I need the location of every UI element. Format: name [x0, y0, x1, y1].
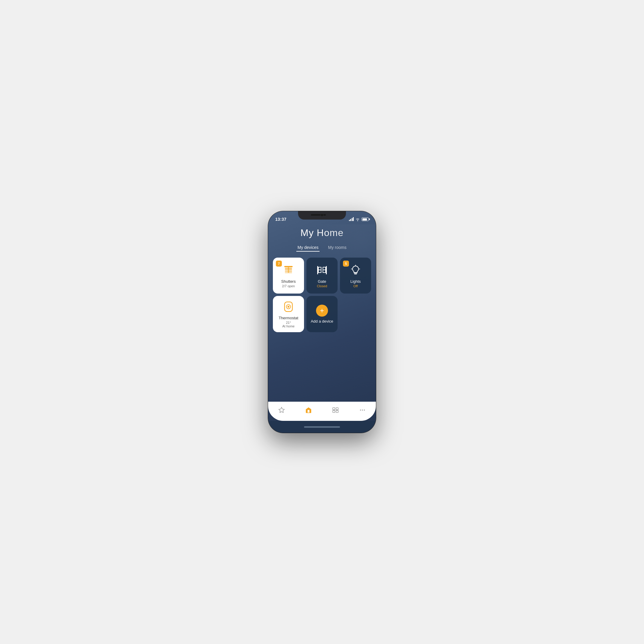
shutters-card[interactable]: 7 Shutters	[273, 258, 304, 294]
thermostat-location: At home	[282, 324, 295, 328]
more-icon	[359, 406, 366, 414]
svg-rect-28	[336, 408, 338, 410]
wifi-icon	[355, 217, 360, 221]
favorites-icon	[278, 406, 285, 414]
tab-my-rooms[interactable]: My rooms	[327, 243, 347, 252]
nav-scenes[interactable]	[328, 405, 343, 415]
add-device-button[interactable]: +	[316, 305, 328, 317]
svg-marker-26	[279, 407, 284, 412]
lights-icon	[349, 264, 362, 277]
app-title: My Home	[268, 227, 376, 238]
signal-bars-icon	[349, 217, 354, 221]
home-bar	[304, 426, 340, 428]
svg-rect-6	[317, 266, 318, 274]
svg-rect-19	[354, 274, 357, 274]
lights-card[interactable]: 5 Lights	[340, 258, 371, 294]
svg-rect-12	[321, 267, 321, 273]
nav-more[interactable]	[355, 405, 370, 415]
shutters-status: 2/7 open	[282, 284, 295, 288]
svg-point-33	[364, 409, 365, 411]
svg-rect-7	[326, 266, 327, 274]
svg-rect-17	[325, 267, 326, 273]
status-icons	[349, 217, 369, 221]
thermostat-card[interactable]: Thermostat 21° At home	[273, 296, 304, 332]
lights-badge: 5	[343, 261, 349, 267]
gate-status: Closed	[317, 284, 327, 288]
add-device-card[interactable]: + Add a device	[306, 296, 338, 332]
svg-rect-16	[323, 267, 323, 273]
main-content: My Home My devices My rooms 7	[268, 224, 376, 402]
bottom-nav	[268, 402, 376, 421]
svg-rect-29	[333, 410, 335, 412]
home-icon	[305, 406, 312, 414]
thermostat-temp: 21°	[286, 321, 291, 324]
thermostat-icon	[282, 300, 295, 313]
devices-grid: 7 Shutters	[268, 258, 376, 332]
gate-card[interactable]: Gate Closed	[306, 258, 338, 294]
phone-body: 13:37	[268, 211, 376, 433]
shutters-name: Shutters	[281, 279, 296, 284]
svg-rect-27	[333, 408, 335, 410]
shutters-badge: 7	[276, 261, 282, 267]
shutters-icon	[282, 264, 295, 277]
tab-bar: My devices My rooms	[268, 243, 376, 252]
lights-name: Lights	[350, 279, 361, 284]
screen: 13:37	[268, 211, 376, 433]
svg-rect-11	[318, 267, 319, 273]
phone-wrapper: 13:37	[265, 205, 379, 439]
notch-speaker	[311, 214, 326, 216]
status-time: 13:37	[275, 217, 286, 222]
nav-home[interactable]	[301, 405, 316, 415]
svg-point-32	[362, 409, 363, 411]
battery-icon	[362, 217, 369, 221]
add-device-label: Add a device	[311, 319, 333, 323]
scenes-icon	[332, 406, 339, 414]
nav-favorites[interactable]	[274, 405, 289, 415]
gate-icon	[315, 264, 329, 277]
lights-status: Off	[353, 284, 358, 288]
svg-point-25	[288, 306, 289, 308]
home-indicator	[268, 421, 376, 433]
gate-name: Gate	[318, 279, 326, 284]
thermostat-name: Thermostat	[279, 316, 298, 320]
tab-my-devices[interactable]: My devices	[296, 243, 320, 252]
svg-rect-18	[354, 273, 357, 273]
svg-point-31	[360, 409, 361, 411]
svg-rect-30	[336, 410, 338, 412]
svg-rect-5	[288, 266, 289, 273]
notch-camera	[321, 214, 323, 217]
notch	[298, 211, 346, 220]
